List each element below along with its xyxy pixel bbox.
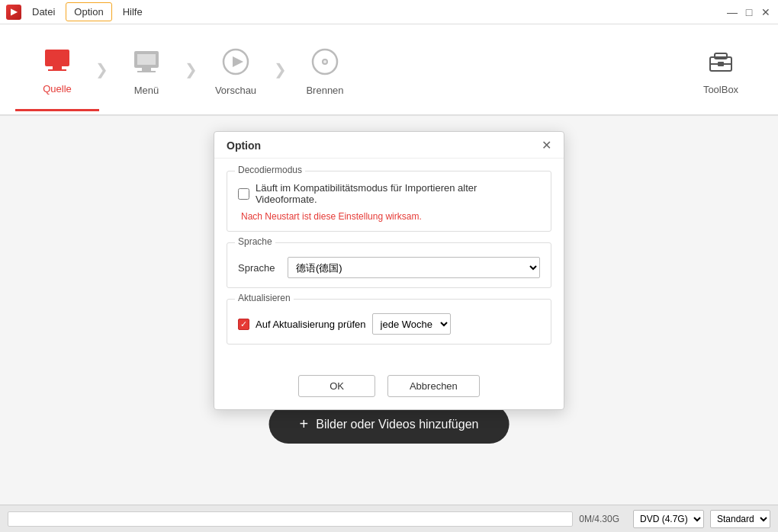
svg-rect-3 [48, 69, 66, 71]
close-button[interactable]: ✕ [760, 6, 772, 18]
sprache-row: Sprache 德语(德国) [238, 257, 540, 278]
aktualisieren-checkbox-label: Auf Aktualisierung prüfen [256, 319, 366, 330]
svg-rect-2 [53, 66, 62, 69]
svg-rect-7 [137, 71, 156, 72]
decodiermodus-warning: Nach Neustart ist diese Einstellung wirk… [238, 211, 540, 222]
dialog-footer: OK Abbrechen [214, 367, 564, 409]
arrow-1: ❯ [95, 60, 108, 79]
vorschau-label: Vorschau [215, 85, 256, 96]
restore-button[interactable]: □ [743, 6, 755, 18]
toolbar-item-brennen[interactable]: Brennen [283, 27, 367, 111]
toolbar-item-menu[interactable]: Menü [104, 27, 188, 111]
decodiermodus-checkbox-label[interactable]: Läuft im Kompatibilitätsmodus für Import… [256, 182, 540, 205]
decodiermodus-checkbox[interactable] [238, 188, 249, 200]
decodiermodus-checkbox-row: Läuft im Kompatibilitätsmodus für Import… [238, 182, 540, 205]
menu-hilfe[interactable]: Hilfe [115, 3, 150, 21]
brennen-icon [307, 43, 343, 80]
svg-rect-5 [137, 54, 156, 65]
toolbox-label: ToolBox [703, 84, 738, 95]
svg-marker-9 [233, 56, 243, 67]
dialog-body: Decodiermodus Läuft im Kompatibilitätsmo… [214, 159, 564, 367]
aktualisieren-checkbox[interactable] [238, 319, 249, 330]
dialog-overlay: Option ✕ Decodiermodus Läuft im Kompatib… [0, 116, 778, 505]
storage-info: 0M/4.30G [579, 514, 627, 524]
toolbar-item-quelle[interactable]: Quelle [15, 27, 99, 111]
menu-icon [128, 43, 165, 80]
sprache-section-label: Sprache [235, 236, 275, 247]
progress-bar [8, 511, 573, 527]
sprache-section: Sprache Sprache 德语(德国) [227, 242, 551, 288]
disc-type-select[interactable]: DVD (4.7G) DVD (8.5G) BD (25G) [633, 510, 704, 528]
svg-rect-16 [718, 62, 724, 66]
arrow-2: ❯ [185, 60, 198, 79]
minimize-button[interactable]: — [726, 6, 738, 18]
app-icon: ▶ [6, 5, 21, 20]
dialog-header: Option ✕ [214, 132, 564, 159]
titlebar: ▶ Datei Option Hilfe — □ ✕ [0, 0, 778, 24]
vorschau-icon [217, 43, 254, 80]
menu-label: Menü [134, 85, 159, 96]
menu-option[interactable]: Option [66, 2, 111, 21]
toolbar: Quelle ❯ Menü ❯ Vorschau ❯ [0, 24, 778, 116]
aktualisieren-section: Aktualisieren Auf Aktualisierung prüfen … [227, 299, 551, 345]
arrow-3: ❯ [274, 60, 287, 79]
titlebar-controls: — □ ✕ [726, 6, 772, 18]
bottombar: 0M/4.30G DVD (4.7G) DVD (8.5G) BD (25G) … [0, 505, 778, 532]
svg-rect-6 [142, 68, 151, 71]
aktualisieren-interval-select[interactable]: jede Woche [372, 313, 451, 335]
cancel-button[interactable]: Abbrechen [387, 375, 480, 397]
aktualisieren-row: Auf Aktualisierung prüfen jede Woche [238, 313, 540, 335]
titlebar-left: ▶ Datei Option Hilfe [6, 2, 150, 21]
toolbox-item[interactable]: ToolBox [679, 27, 763, 111]
svg-rect-1 [48, 53, 66, 63]
dialog-close-button[interactable]: ✕ [542, 139, 551, 152]
dialog-title: Option [227, 139, 261, 152]
decodiermodus-label: Decodiermodus [235, 165, 305, 175]
svg-point-12 [323, 60, 326, 63]
sprache-select[interactable]: 德语(德国) [288, 257, 540, 278]
brennen-label: Brennen [306, 85, 343, 96]
quelle-icon [39, 42, 76, 79]
option-dialog: Option ✕ Decodiermodus Läuft im Kompatib… [214, 131, 564, 410]
quality-select[interactable]: Standard Hoch Niedrig [710, 510, 770, 528]
ok-button[interactable]: OK [298, 375, 375, 397]
decodiermodus-section: Decodiermodus Läuft im Kompatibilitätsmo… [227, 171, 551, 232]
menu-datei[interactable]: Datei [24, 3, 63, 21]
aktualisieren-label: Aktualisieren [235, 293, 294, 303]
sprache-field-label: Sprache [238, 262, 280, 274]
toolbox-icon [704, 43, 738, 79]
quelle-label: Quelle [43, 83, 72, 95]
toolbar-item-vorschau[interactable]: Vorschau [194, 27, 278, 111]
